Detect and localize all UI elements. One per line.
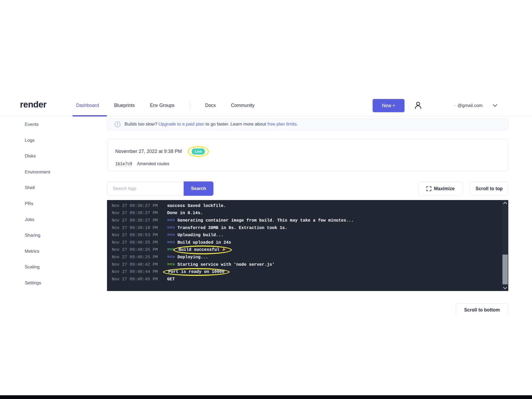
- deploy-date: November 27, 2022 at 9:38 PM: [115, 149, 182, 154]
- log-message: Transferred 38MB in 8s. Extraction took …: [178, 226, 287, 230]
- log-message-text: GET: [167, 277, 175, 282]
- account-menu[interactable]: · @gmail.com: [454, 95, 497, 116]
- user-avatar-icon[interactable]: [413, 101, 423, 110]
- log-arrow: ==>: [167, 226, 175, 230]
- log-message: success Saved lockfile.: [167, 203, 226, 208]
- log-message-text: Uploading build...: [178, 233, 224, 238]
- nav-link-env-groups[interactable]: Env Groups: [150, 103, 174, 108]
- maximize-button[interactable]: Maximize: [418, 181, 463, 196]
- maximize-icon: [426, 186, 431, 191]
- yellow-annotation-circle-log: Port is ready on 10000: [163, 268, 230, 276]
- log-row: Nov 27 09:40:25 PM==>Build uploaded in 2…: [107, 239, 501, 246]
- log-message-text: Done in 8.14s.: [167, 211, 203, 215]
- banner-prefix: Builds too slow?: [125, 122, 159, 127]
- upgrade-banner: i Builds too slow? Upgrade to a paid pla…: [107, 118, 508, 130]
- log-message-text: Build successful: [179, 247, 220, 252]
- log-message-text: Deploying...: [178, 255, 208, 260]
- log-row: Nov 27 09:40:42 PM==>Starting service wi…: [107, 261, 501, 268]
- party-popper-icon: [222, 247, 226, 253]
- sidebar-item-logs[interactable]: Logs: [0, 132, 106, 148]
- scroll-to-bottom-wrap: Scroll to bottom: [456, 303, 508, 315]
- log-arrow: ==>: [167, 240, 175, 245]
- nav-links: Dashboard Blueprints Env Groups Docs Com…: [76, 95, 270, 116]
- log-timestamp: Nov 27 09:39:53 PM: [107, 233, 167, 238]
- log-row: Nov 27 09:38:27 PMDone in 8.14s.: [107, 210, 501, 217]
- log-timestamp: Nov 27 09:38:27 PM: [107, 218, 167, 223]
- deploy-header-row: November 27, 2022 at 9:38 PM Live: [115, 146, 508, 157]
- nav-divider: [190, 101, 190, 110]
- log-timestamp: Nov 27 09:40:45 PM: [107, 277, 167, 282]
- log-row: Nov 27 09:40:25 PM==>Deploying...: [107, 253, 501, 261]
- log-console[interactable]: Nov 27 09:38:27 PMsuccess Saved lockfile…: [107, 200, 508, 291]
- log-message-text: Port is ready on 10000: [168, 269, 224, 274]
- log-timestamp: Nov 27 09:38:27 PM: [107, 203, 167, 208]
- console-scrollbar[interactable]: [502, 200, 508, 291]
- scroll-to-bottom-button[interactable]: Scroll to bottom: [456, 303, 508, 315]
- log-message: Generating container image from build. T…: [178, 218, 354, 223]
- sidebar-item-shell[interactable]: Shell: [0, 180, 106, 196]
- sidebar-item-metrics[interactable]: Metrics: [0, 243, 106, 259]
- live-status-badge: Live: [192, 148, 205, 155]
- log-arrow: ==>: [167, 233, 175, 238]
- log-row: Nov 27 09:38:27 PM==>Generating containe…: [107, 217, 501, 224]
- sidebar-item-settings[interactable]: Settings: [0, 275, 106, 291]
- sidebar-item-environment[interactable]: Environment: [0, 164, 106, 180]
- log-message-text: Build uploaded in 24s: [178, 240, 231, 245]
- log-timestamp: Nov 27 09:40:44 PM: [107, 269, 167, 274]
- deploy-card: November 27, 2022 at 9:38 PM Live 1b1e7c…: [107, 139, 508, 171]
- account-redacted-dot: ·: [454, 103, 455, 108]
- log-message-text: Transferred 38MB in 8s. Extraction took …: [178, 226, 287, 230]
- log-message: Deploying...: [178, 255, 208, 260]
- sidebar-item-scaling[interactable]: Scaling: [0, 259, 106, 275]
- log-message-text: Generating container image from build. T…: [178, 218, 354, 223]
- log-message: Done in 8.14s.: [167, 211, 203, 215]
- sidebar-item-disks[interactable]: Disks: [0, 148, 106, 164]
- account-email: @gmail.com: [457, 103, 483, 108]
- page: render Dashboard Blueprints Env Groups D…: [0, 0, 532, 399]
- log-timestamp: Nov 27 09:40:25 PM: [107, 247, 167, 252]
- upgrade-plan-link[interactable]: Upgrade to a paid plan: [159, 122, 204, 127]
- log-message: Starting service with 'node server.js': [178, 262, 275, 267]
- log-message: Build uploaded in 24s: [178, 240, 231, 245]
- render-logo[interactable]: render: [20, 99, 47, 110]
- top-navbar: render Dashboard Blueprints Env Groups D…: [0, 95, 532, 117]
- log-row: Nov 27 09:40:25 PM==>Build successful: [107, 246, 501, 254]
- log-row: Nov 27 09:38:27 PMsuccess Saved lockfile…: [107, 202, 501, 210]
- sidebar-item-sharing[interactable]: Sharing: [0, 227, 106, 243]
- log-timestamp: Nov 27 09:40:42 PM: [107, 262, 167, 267]
- scrollbar-down-arrow[interactable]: [502, 285, 508, 291]
- info-icon: i: [115, 122, 120, 127]
- log-row: Nov 27 09:39:53 PM==>Uploading build...: [107, 231, 501, 239]
- log-message-text: Starting service with 'node server.js': [178, 262, 275, 267]
- search-button[interactable]: Search: [184, 181, 213, 196]
- log-message-text: success Saved lockfile.: [167, 203, 226, 208]
- new-button[interactable]: New +: [373, 99, 405, 112]
- scrollbar-up-arrow[interactable]: [502, 200, 508, 206]
- sidebar-item-jobs[interactable]: Jobs: [0, 212, 106, 228]
- nav-link-blueprints[interactable]: Blueprints: [114, 103, 135, 108]
- commit-message: Amended routes: [137, 161, 169, 166]
- log-arrow: ==>: [167, 218, 175, 223]
- nav-link-community[interactable]: Community: [231, 103, 255, 108]
- sidebar-item-events[interactable]: Events: [0, 117, 106, 132]
- search-logs-input[interactable]: [107, 181, 184, 196]
- scroll-to-top-button[interactable]: Scroll to top: [470, 181, 508, 196]
- sidebar-item-prs[interactable]: PRs: [0, 196, 106, 212]
- yellow-annotation-circle-log: Build successful: [173, 246, 232, 254]
- log-message: GET: [167, 277, 175, 282]
- log-row: Nov 27 09:38:18 PM==>Transferred 38MB in…: [107, 224, 501, 232]
- log-message: Uploading build...: [178, 233, 224, 238]
- log-timestamp: Nov 27 09:38:18 PM: [107, 226, 167, 230]
- maximize-label: Maximize: [434, 186, 455, 192]
- log-timestamp: Nov 27 09:40:25 PM: [107, 240, 167, 245]
- log-row: Nov 27 09:40:44 PMPort is ready on 10000: [107, 268, 501, 276]
- nav-link-dashboard[interactable]: Dashboard: [76, 103, 99, 108]
- commit-hash-link[interactable]: 1b1e7c9: [115, 161, 132, 167]
- chevron-down-icon[interactable]: [493, 104, 497, 107]
- yellow-annotation-circle-live: Live: [188, 146, 209, 157]
- nav-link-docs[interactable]: Docs: [205, 103, 216, 108]
- log-arrow: ==>: [167, 262, 175, 267]
- scrollbar-thumb[interactable]: [502, 255, 508, 284]
- upgrade-banner-text: Builds too slow? Upgrade to a paid plan …: [125, 122, 298, 127]
- free-plan-limits-link[interactable]: free plan limits: [267, 122, 297, 127]
